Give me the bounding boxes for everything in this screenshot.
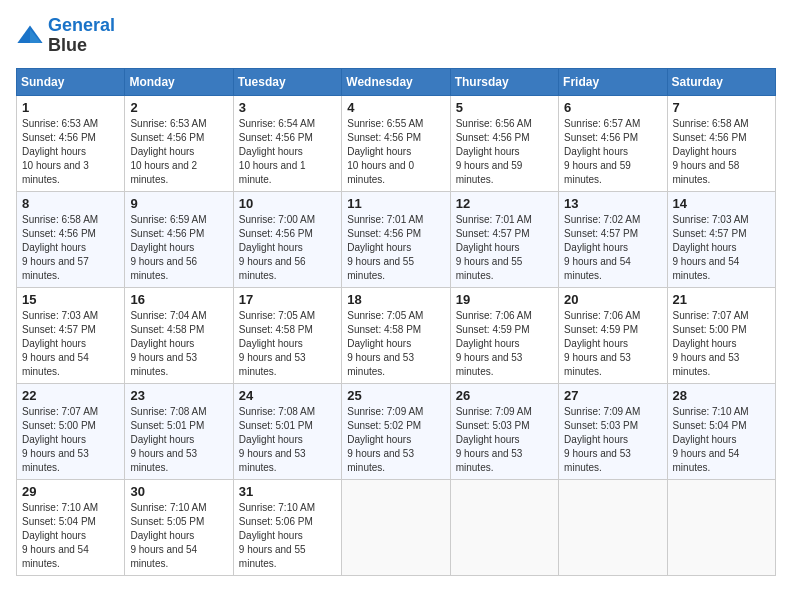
- day-number: 16: [130, 292, 227, 307]
- day-number: 23: [130, 388, 227, 403]
- calendar-day-cell: [559, 479, 667, 575]
- day-number: 6: [564, 100, 661, 115]
- day-info: Sunrise: 7:07 AM Sunset: 5:00 PM Dayligh…: [673, 309, 770, 379]
- calendar-day-cell: 23 Sunrise: 7:08 AM Sunset: 5:01 PM Dayl…: [125, 383, 233, 479]
- weekday-header-row: SundayMondayTuesdayWednesdayThursdayFrid…: [17, 68, 776, 95]
- day-info: Sunrise: 7:01 AM Sunset: 4:57 PM Dayligh…: [456, 213, 553, 283]
- calendar-day-cell: 5 Sunrise: 6:56 AM Sunset: 4:56 PM Dayli…: [450, 95, 558, 191]
- day-info: Sunrise: 7:10 AM Sunset: 5:04 PM Dayligh…: [22, 501, 119, 571]
- day-info: Sunrise: 7:05 AM Sunset: 4:58 PM Dayligh…: [347, 309, 444, 379]
- day-info: Sunrise: 7:09 AM Sunset: 5:03 PM Dayligh…: [456, 405, 553, 475]
- calendar-day-cell: 12 Sunrise: 7:01 AM Sunset: 4:57 PM Dayl…: [450, 191, 558, 287]
- calendar-day-cell: [450, 479, 558, 575]
- day-number: 31: [239, 484, 336, 499]
- day-number: 3: [239, 100, 336, 115]
- day-number: 7: [673, 100, 770, 115]
- page-header: General Blue: [16, 16, 776, 56]
- calendar-day-cell: 10 Sunrise: 7:00 AM Sunset: 4:56 PM Dayl…: [233, 191, 341, 287]
- calendar-day-cell: 15 Sunrise: 7:03 AM Sunset: 4:57 PM Dayl…: [17, 287, 125, 383]
- day-info: Sunrise: 7:03 AM Sunset: 4:57 PM Dayligh…: [673, 213, 770, 283]
- calendar-day-cell: 30 Sunrise: 7:10 AM Sunset: 5:05 PM Dayl…: [125, 479, 233, 575]
- logo-text: General Blue: [48, 16, 115, 56]
- day-info: Sunrise: 7:08 AM Sunset: 5:01 PM Dayligh…: [130, 405, 227, 475]
- weekday-header-cell: Friday: [559, 68, 667, 95]
- calendar-day-cell: 26 Sunrise: 7:09 AM Sunset: 5:03 PM Dayl…: [450, 383, 558, 479]
- day-info: Sunrise: 7:10 AM Sunset: 5:06 PM Dayligh…: [239, 501, 336, 571]
- day-info: Sunrise: 7:06 AM Sunset: 4:59 PM Dayligh…: [456, 309, 553, 379]
- logo-icon: [16, 22, 44, 50]
- day-number: 1: [22, 100, 119, 115]
- calendar-day-cell: 6 Sunrise: 6:57 AM Sunset: 4:56 PM Dayli…: [559, 95, 667, 191]
- day-info: Sunrise: 7:04 AM Sunset: 4:58 PM Dayligh…: [130, 309, 227, 379]
- calendar-body: 1 Sunrise: 6:53 AM Sunset: 4:56 PM Dayli…: [17, 95, 776, 575]
- weekday-header-cell: Monday: [125, 68, 233, 95]
- day-number: 2: [130, 100, 227, 115]
- calendar-day-cell: 7 Sunrise: 6:58 AM Sunset: 4:56 PM Dayli…: [667, 95, 775, 191]
- day-number: 26: [456, 388, 553, 403]
- calendar-day-cell: 24 Sunrise: 7:08 AM Sunset: 5:01 PM Dayl…: [233, 383, 341, 479]
- calendar-day-cell: 3 Sunrise: 6:54 AM Sunset: 4:56 PM Dayli…: [233, 95, 341, 191]
- day-info: Sunrise: 7:10 AM Sunset: 5:04 PM Dayligh…: [673, 405, 770, 475]
- day-info: Sunrise: 7:02 AM Sunset: 4:57 PM Dayligh…: [564, 213, 661, 283]
- day-info: Sunrise: 6:58 AM Sunset: 4:56 PM Dayligh…: [673, 117, 770, 187]
- day-info: Sunrise: 6:53 AM Sunset: 4:56 PM Dayligh…: [130, 117, 227, 187]
- day-number: 8: [22, 196, 119, 211]
- calendar-day-cell: 18 Sunrise: 7:05 AM Sunset: 4:58 PM Dayl…: [342, 287, 450, 383]
- day-number: 20: [564, 292, 661, 307]
- day-info: Sunrise: 7:09 AM Sunset: 5:02 PM Dayligh…: [347, 405, 444, 475]
- calendar-day-cell: 28 Sunrise: 7:10 AM Sunset: 5:04 PM Dayl…: [667, 383, 775, 479]
- day-number: 25: [347, 388, 444, 403]
- day-info: Sunrise: 7:06 AM Sunset: 4:59 PM Dayligh…: [564, 309, 661, 379]
- calendar-week-row: 1 Sunrise: 6:53 AM Sunset: 4:56 PM Dayli…: [17, 95, 776, 191]
- calendar-day-cell: 13 Sunrise: 7:02 AM Sunset: 4:57 PM Dayl…: [559, 191, 667, 287]
- day-number: 30: [130, 484, 227, 499]
- day-number: 18: [347, 292, 444, 307]
- calendar-day-cell: 20 Sunrise: 7:06 AM Sunset: 4:59 PM Dayl…: [559, 287, 667, 383]
- calendar-table: SundayMondayTuesdayWednesdayThursdayFrid…: [16, 68, 776, 576]
- day-info: Sunrise: 6:59 AM Sunset: 4:56 PM Dayligh…: [130, 213, 227, 283]
- calendar-day-cell: [667, 479, 775, 575]
- calendar-day-cell: 9 Sunrise: 6:59 AM Sunset: 4:56 PM Dayli…: [125, 191, 233, 287]
- day-info: Sunrise: 7:01 AM Sunset: 4:56 PM Dayligh…: [347, 213, 444, 283]
- day-number: 10: [239, 196, 336, 211]
- day-number: 24: [239, 388, 336, 403]
- day-number: 29: [22, 484, 119, 499]
- logo: General Blue: [16, 16, 115, 56]
- calendar-day-cell: 8 Sunrise: 6:58 AM Sunset: 4:56 PM Dayli…: [17, 191, 125, 287]
- calendar-day-cell: 22 Sunrise: 7:07 AM Sunset: 5:00 PM Dayl…: [17, 383, 125, 479]
- calendar-week-row: 8 Sunrise: 6:58 AM Sunset: 4:56 PM Dayli…: [17, 191, 776, 287]
- day-number: 11: [347, 196, 444, 211]
- calendar-day-cell: 19 Sunrise: 7:06 AM Sunset: 4:59 PM Dayl…: [450, 287, 558, 383]
- calendar-day-cell: 1 Sunrise: 6:53 AM Sunset: 4:56 PM Dayli…: [17, 95, 125, 191]
- day-info: Sunrise: 7:10 AM Sunset: 5:05 PM Dayligh…: [130, 501, 227, 571]
- day-info: Sunrise: 7:08 AM Sunset: 5:01 PM Dayligh…: [239, 405, 336, 475]
- weekday-header-cell: Saturday: [667, 68, 775, 95]
- weekday-header-cell: Thursday: [450, 68, 558, 95]
- day-number: 28: [673, 388, 770, 403]
- calendar-day-cell: 25 Sunrise: 7:09 AM Sunset: 5:02 PM Dayl…: [342, 383, 450, 479]
- weekday-header-cell: Sunday: [17, 68, 125, 95]
- day-number: 27: [564, 388, 661, 403]
- day-info: Sunrise: 7:00 AM Sunset: 4:56 PM Dayligh…: [239, 213, 336, 283]
- day-number: 5: [456, 100, 553, 115]
- calendar-week-row: 29 Sunrise: 7:10 AM Sunset: 5:04 PM Dayl…: [17, 479, 776, 575]
- day-number: 22: [22, 388, 119, 403]
- calendar-day-cell: 4 Sunrise: 6:55 AM Sunset: 4:56 PM Dayli…: [342, 95, 450, 191]
- day-number: 19: [456, 292, 553, 307]
- weekday-header-cell: Wednesday: [342, 68, 450, 95]
- day-info: Sunrise: 7:05 AM Sunset: 4:58 PM Dayligh…: [239, 309, 336, 379]
- day-number: 12: [456, 196, 553, 211]
- day-info: Sunrise: 6:58 AM Sunset: 4:56 PM Dayligh…: [22, 213, 119, 283]
- day-number: 21: [673, 292, 770, 307]
- day-info: Sunrise: 6:54 AM Sunset: 4:56 PM Dayligh…: [239, 117, 336, 187]
- calendar-day-cell: 14 Sunrise: 7:03 AM Sunset: 4:57 PM Dayl…: [667, 191, 775, 287]
- day-number: 17: [239, 292, 336, 307]
- calendar-day-cell: 21 Sunrise: 7:07 AM Sunset: 5:00 PM Dayl…: [667, 287, 775, 383]
- calendar-day-cell: 2 Sunrise: 6:53 AM Sunset: 4:56 PM Dayli…: [125, 95, 233, 191]
- day-number: 4: [347, 100, 444, 115]
- calendar-day-cell: [342, 479, 450, 575]
- day-number: 9: [130, 196, 227, 211]
- calendar-day-cell: 17 Sunrise: 7:05 AM Sunset: 4:58 PM Dayl…: [233, 287, 341, 383]
- day-number: 13: [564, 196, 661, 211]
- calendar-day-cell: 16 Sunrise: 7:04 AM Sunset: 4:58 PM Dayl…: [125, 287, 233, 383]
